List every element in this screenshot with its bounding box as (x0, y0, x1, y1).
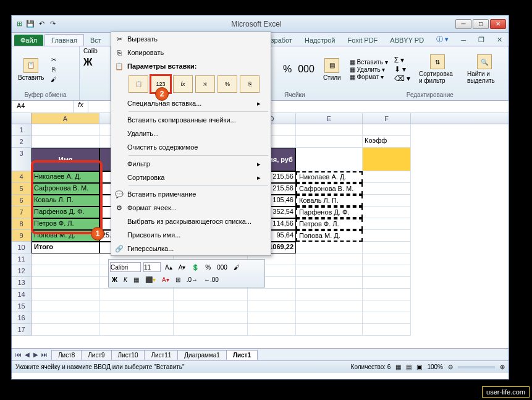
mini-percent-icon[interactable]: % (203, 263, 213, 271)
paste-link-icon[interactable]: ⎘ (240, 75, 260, 93)
ctx-filter[interactable]: Фильтр▸ (111, 157, 271, 171)
cell-F8[interactable] (363, 218, 411, 230)
cell-F6[interactable] (363, 195, 411, 206)
mini-merge-icon[interactable]: ⊞ (174, 276, 182, 284)
view-layout-icon[interactable]: ▤ (406, 364, 412, 370)
ctx-clear[interactable]: Очистить содержимое (111, 140, 271, 154)
row-header-5[interactable]: 5 (12, 183, 32, 195)
cell-A2[interactable] (32, 136, 99, 148)
mini-font-size[interactable] (143, 262, 161, 272)
cell-F16[interactable] (363, 312, 411, 324)
row-header-6[interactable]: 6 (12, 195, 32, 206)
tab-addins[interactable]: Надстрой (298, 35, 341, 46)
ctx-paste-special[interactable]: Специальная вставка...▸ (111, 96, 271, 110)
cell-F12[interactable] (363, 265, 411, 277)
mini-font-color-icon[interactable]: A▾ (160, 276, 171, 284)
cell-D14[interactable] (248, 289, 296, 300)
mini-increase-decimal-icon[interactable]: ←.00 (202, 276, 221, 284)
cell-A8[interactable]: Петров Ф. Л. (32, 218, 99, 230)
cell-A12[interactable] (32, 265, 99, 277)
cell-A7[interactable]: Парфенов Д. Ф. (32, 206, 99, 218)
row-header-8[interactable]: 8 (12, 218, 32, 230)
redo-icon[interactable]: ↷ (48, 19, 57, 29)
row-header-12[interactable]: 12 (12, 265, 32, 277)
save-icon[interactable]: 💾 (25, 19, 35, 29)
mini-italic-button[interactable]: К (122, 276, 129, 284)
mini-bold-button[interactable]: Ж (110, 276, 119, 284)
cell-E10[interactable] (296, 242, 363, 253)
tab-nav-prev-icon[interactable]: ◀ (23, 351, 32, 358)
cell-A10[interactable]: Итого (32, 242, 99, 253)
name-box[interactable]: A4 (12, 101, 74, 113)
cell-E12[interactable] (296, 265, 363, 277)
cell-F7[interactable] (363, 206, 411, 218)
cell-C17[interactable] (174, 324, 248, 336)
zoom-level[interactable]: 100% (427, 364, 443, 370)
mini-currency-icon[interactable]: 💲 (190, 263, 201, 271)
view-normal-icon[interactable]: ▦ (395, 364, 401, 370)
row-header-4[interactable]: 4 (12, 171, 32, 183)
cell-A14[interactable] (32, 289, 99, 300)
fill-icon[interactable]: ⬇ ▾ (394, 65, 410, 74)
minimize-button[interactable]: ─ (455, 19, 471, 29)
cell-F15[interactable] (363, 300, 411, 312)
font-name[interactable]: Calib (83, 48, 98, 54)
row-header-2[interactable]: 2 (12, 136, 32, 148)
paste-formatting-icon[interactable]: % (217, 75, 237, 93)
row-header-13[interactable]: 13 (12, 277, 32, 289)
sheet-tab-Диаграмма1[interactable]: Диаграмма1 (177, 350, 227, 360)
sheet-tab-Лист9[interactable]: Лист9 (81, 350, 111, 360)
cell-E4[interactable]: Николаев А. Д. (296, 171, 363, 183)
cell-A16[interactable] (32, 312, 99, 324)
cell-F1[interactable] (363, 124, 411, 136)
sheet-tab-Лист11[interactable]: Лист11 (144, 350, 178, 360)
zoom-slider[interactable] (458, 366, 495, 368)
cell-F17[interactable] (363, 324, 411, 336)
row-header-16[interactable]: 16 (12, 312, 32, 324)
ctx-sort[interactable]: Сортировка▸ (111, 171, 271, 184)
ctx-pick-from-list[interactable]: Выбрать из раскрывающегося списка... (111, 215, 271, 228)
row-header-11[interactable]: 11 (12, 253, 32, 265)
col-header-A[interactable]: A (32, 113, 99, 124)
styles-button[interactable]: ▤Стили (321, 57, 344, 82)
maximize-button[interactable]: □ (473, 19, 489, 29)
cell-F9[interactable] (363, 230, 411, 242)
ctx-hyperlink[interactable]: 🔗Гиперссылка... (111, 242, 271, 255)
cell-E17[interactable] (296, 324, 363, 336)
cell-A1[interactable] (32, 124, 99, 136)
paste-all-icon[interactable]: 📋 (129, 75, 148, 93)
cell-E9[interactable]: Попова М. Д. (296, 230, 363, 242)
tab-nav-next-icon[interactable]: ▶ (32, 351, 40, 358)
ctx-cut[interactable]: ✂Вырезать (111, 32, 271, 46)
cell-A15[interactable] (32, 300, 99, 312)
cell-F3[interactable] (363, 148, 411, 171)
mini-comma-icon[interactable]: 000 (215, 263, 229, 271)
row-header-7[interactable]: 7 (12, 206, 32, 218)
format-painter-icon[interactable]: 🖌 (49, 75, 59, 83)
cell-A6[interactable]: Коваль Л. П. (32, 195, 99, 206)
mini-format-painter-icon[interactable]: 🖌 (232, 263, 242, 271)
delete-cells-button[interactable]: ▦ Удалить ▾ (350, 66, 388, 73)
cell-E7[interactable]: Парфенов Д. Ф. (296, 206, 363, 218)
doc-restore-icon[interactable]: ❐ (472, 34, 491, 46)
cell-F11[interactable] (363, 253, 411, 265)
undo-icon[interactable]: ↶ (36, 19, 46, 29)
tab-insert[interactable]: Вст (84, 35, 108, 46)
ctx-define-name[interactable]: Присвоить имя... (111, 228, 271, 242)
ctx-copy[interactable]: ⎘Копировать (111, 46, 271, 59)
tab-file[interactable]: Файл (14, 35, 43, 46)
tab-abbyy[interactable]: ABBYY PD (384, 35, 430, 46)
cell-A11[interactable] (32, 253, 99, 265)
tab-nav-first-icon[interactable]: ⏮ (14, 351, 23, 358)
cell-E16[interactable] (296, 312, 363, 324)
insert-cells-button[interactable]: ▦ Вставить ▾ (350, 59, 388, 66)
sheet-tab-Лист10[interactable]: Лист10 (111, 350, 145, 360)
cell-F14[interactable] (363, 289, 411, 300)
thousands-button[interactable]: 000 (298, 64, 315, 75)
cell-A17[interactable] (32, 324, 99, 336)
ctx-delete[interactable]: Удалить... (111, 127, 271, 140)
cell-F10[interactable] (363, 242, 411, 253)
row-header-10[interactable]: 10 (12, 242, 32, 253)
doc-minimize-icon[interactable]: ─ (455, 35, 472, 46)
sort-filter-button[interactable]: ⇅Сортировка и фильтр (416, 53, 458, 85)
